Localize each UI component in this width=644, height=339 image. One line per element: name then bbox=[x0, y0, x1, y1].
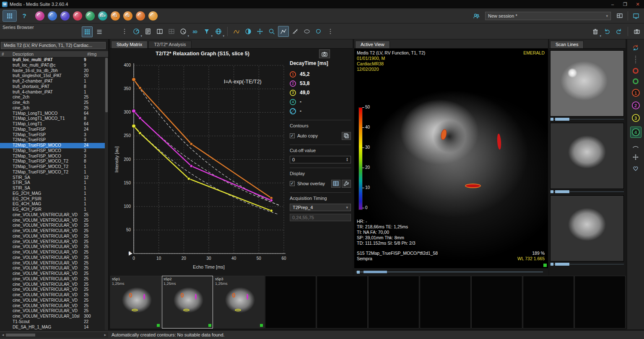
relaxation-graph-tool-button[interactable] bbox=[278, 26, 289, 37]
series-row[interactable]: cine_VOLUM_VENTRICULAR_VD 25 bbox=[0, 212, 105, 218]
sync-views-button[interactable] bbox=[632, 44, 639, 51]
roi-2-button[interactable]: 2 bbox=[632, 101, 640, 109]
series-row[interactable]: cine_VOLUM_VENTRICULAR_VD 25 bbox=[0, 223, 105, 228]
snapshot-button[interactable] bbox=[631, 26, 642, 37]
viewport-layout-button[interactable] bbox=[631, 10, 641, 21]
col-img-count[interactable]: #Img bbox=[87, 52, 108, 57]
mpr-button[interactable]: ▾ bbox=[201, 26, 212, 37]
series-row[interactable]: cine_VOLUM_VENTRICULAR_VD 25 bbox=[0, 308, 105, 314]
scrollbar-end[interactable] bbox=[551, 118, 553, 121]
series-row[interactable]: T2Map_TrueFISP 3 bbox=[0, 137, 105, 143]
window-level-button[interactable] bbox=[243, 26, 254, 37]
roi-1-button[interactable]: 1 bbox=[632, 89, 640, 97]
scrollbar-end[interactable] bbox=[551, 263, 553, 266]
series-row[interactable]: EG_2CH_MAG 1 bbox=[0, 191, 105, 197]
scrollbar-handle[interactable] bbox=[555, 263, 569, 266]
analysis-tab[interactable]: T2/T2* Analysis bbox=[148, 41, 191, 48]
scrollbar-end[interactable] bbox=[357, 271, 360, 274]
series-row[interactable]: trufi_singleshot_15sl_iPAT 20 bbox=[0, 73, 105, 79]
app-qmass-icon[interactable] bbox=[35, 11, 44, 21]
contour-button[interactable] bbox=[313, 26, 324, 37]
series-row[interactable]: EG_4CH_MAG 1 bbox=[0, 202, 105, 207]
app-q3mr-icon[interactable] bbox=[60, 11, 70, 21]
series-row[interactable]: T1Map_LongT1_MOCO_T1 8 bbox=[0, 116, 105, 122]
app-qs-icon[interactable] bbox=[136, 11, 145, 21]
series-row[interactable]: cine_VOLUM_VENTRICULAR_VD 25 bbox=[0, 261, 105, 266]
app-qstrain-icon[interactable] bbox=[73, 11, 82, 21]
help-button[interactable]: ? bbox=[19, 12, 29, 19]
series-row[interactable]: cine_VOLUM_VENTRICULAR_VD 25 bbox=[0, 266, 105, 271]
session-users-icon[interactable] bbox=[471, 10, 482, 21]
scrollbar-handle[interactable] bbox=[364, 271, 387, 273]
scrollbar-end[interactable] bbox=[551, 190, 553, 193]
volume-render-button[interactable]: ▾ bbox=[213, 26, 224, 37]
screen-layout-button[interactable] bbox=[614, 10, 625, 21]
redo-button[interactable] bbox=[613, 26, 624, 37]
minimize-button[interactable]: – bbox=[606, 0, 619, 8]
filmstrip-cell[interactable] bbox=[265, 276, 316, 329]
series-row[interactable]: cine_VOLUM_VENTRICULAR_VD 25 bbox=[0, 277, 105, 282]
filmstrip-cell[interactable]: s5p3 1,25ms bbox=[213, 276, 265, 329]
app-ecv-icon[interactable]: ECV bbox=[98, 11, 107, 21]
ruler-button[interactable] bbox=[290, 26, 301, 37]
roi-4-button[interactable]: 4 bbox=[630, 127, 641, 138]
show-overlay-checkbox[interactable]: ✓ bbox=[290, 181, 295, 186]
toolbar-drag-handle-2[interactable] bbox=[325, 26, 336, 37]
series-horizontal-scrollbar[interactable]: ◄ ► bbox=[0, 332, 108, 338]
chart-snapshot-button[interactable] bbox=[319, 49, 330, 58]
series-row[interactable]: T2Map_TrueFISP_MOCO_T2 1 bbox=[0, 164, 105, 170]
series-row[interactable]: cine_VOLUM_VENTRICULAR_VD 25 bbox=[0, 244, 105, 250]
series-row[interactable]: cine_VOLUM_VENTRICULAR_VD 25 bbox=[0, 218, 105, 223]
series-vertical-scrollbar[interactable] bbox=[105, 57, 108, 330]
series-row[interactable]: T2Map_TrueFISP_MOCO 24 bbox=[0, 143, 105, 148]
thumb-scrollbar[interactable] bbox=[550, 117, 625, 121]
app-suite-icon[interactable] bbox=[148, 11, 158, 21]
filmstrip-cell[interactable] bbox=[420, 276, 471, 329]
series-row[interactable]: T2Map_TrueFISP 24 bbox=[0, 127, 105, 132]
series-row[interactable]: cine_VOLUM_VENTRICULAR_VD 25 bbox=[0, 298, 105, 303]
scan-lines-tab[interactable]: Scan Lines bbox=[550, 41, 584, 48]
col-hash[interactable]: # bbox=[0, 52, 13, 57]
active-view-tab[interactable]: Active View bbox=[355, 41, 390, 48]
scan-thumbnail[interactable] bbox=[550, 195, 624, 261]
scroll-right-arrow-icon[interactable]: ► bbox=[104, 333, 107, 337]
series-row[interactable]: EG_4CH_PSIR 1 bbox=[0, 207, 105, 212]
delete-button[interactable]: ▾ bbox=[590, 26, 601, 37]
filmstrip-cell[interactable] bbox=[368, 276, 419, 329]
relaxation-chart[interactable]: 0102030405060050100150200250300350400I=A… bbox=[113, 60, 289, 271]
app-launcher-button[interactable] bbox=[3, 10, 17, 22]
series-row[interactable]: trufi_loc_multi_iPAT@c 9 bbox=[0, 63, 105, 68]
thumb-scrollbar[interactable] bbox=[550, 190, 625, 194]
series-row[interactable]: haste_16-sl_tra_db_2bh 20 bbox=[0, 68, 105, 74]
grid-view-button[interactable] bbox=[82, 26, 93, 37]
filmstrip-cell[interactable] bbox=[317, 276, 368, 329]
cine-player-button[interactable]: ▾ bbox=[131, 26, 142, 37]
series-row[interactable]: cine_VOLUM_VENTRICULAR_10sl 300 bbox=[0, 314, 105, 319]
undo-button[interactable] bbox=[602, 26, 613, 37]
series-row[interactable]: cine_3ch 25 bbox=[0, 106, 105, 111]
roi-3-button[interactable]: 3 bbox=[632, 114, 640, 122]
list-view-button[interactable] bbox=[94, 26, 105, 37]
scroll-left-arrow-icon[interactable]: ◄ bbox=[1, 333, 5, 337]
series-row[interactable]: trufi_4-chamber_iPAT 1 bbox=[0, 90, 105, 95]
series-row[interactable]: trufi_loc_multi_iPAT 9 bbox=[0, 57, 105, 63]
series-row[interactable]: T1Map_LongT1 64 bbox=[0, 122, 105, 127]
epi-contour-button[interactable] bbox=[633, 78, 639, 84]
filmstrip-cell[interactable]: s5p2 1,25ms bbox=[162, 276, 213, 329]
series-row[interactable]: cine_2ch 25 bbox=[0, 95, 105, 100]
endo-contour-button[interactable] bbox=[633, 68, 639, 74]
series-row[interactable]: EG_2CH_PSIR 1 bbox=[0, 197, 105, 202]
mr-image-viewport[interactable]: Medis T2 (LV, RV Function, T1, T2) 01/01… bbox=[354, 49, 548, 268]
series-row[interactable]: cine_VOLUM_VENTRICULAR_VD 25 bbox=[0, 271, 105, 277]
scan-thumbnail[interactable] bbox=[550, 50, 624, 116]
series-row[interactable]: cine_VOLUM_VENTRICULAR_VD 25 bbox=[0, 239, 105, 245]
series-row[interactable]: cine_VOLUM_VENTRICULAR_VD 25 bbox=[0, 228, 105, 234]
series-row[interactable]: cine_VOLUM_VENTRICULAR_VD 25 bbox=[0, 250, 105, 255]
contour-copy-settings-button[interactable] bbox=[342, 132, 351, 140]
series-row[interactable]: T2Map_TrueFISP_MOCO 3 bbox=[0, 148, 105, 154]
app-qflow-icon[interactable] bbox=[48, 11, 57, 21]
pan-button[interactable] bbox=[254, 26, 265, 37]
series-row[interactable]: cine_VOLUM_VENTRICULAR_VD 25 bbox=[0, 303, 105, 309]
spinner-arrows-icon[interactable]: ▲▼ bbox=[346, 158, 348, 162]
series-row[interactable]: STIR_SA 1 bbox=[0, 186, 105, 191]
